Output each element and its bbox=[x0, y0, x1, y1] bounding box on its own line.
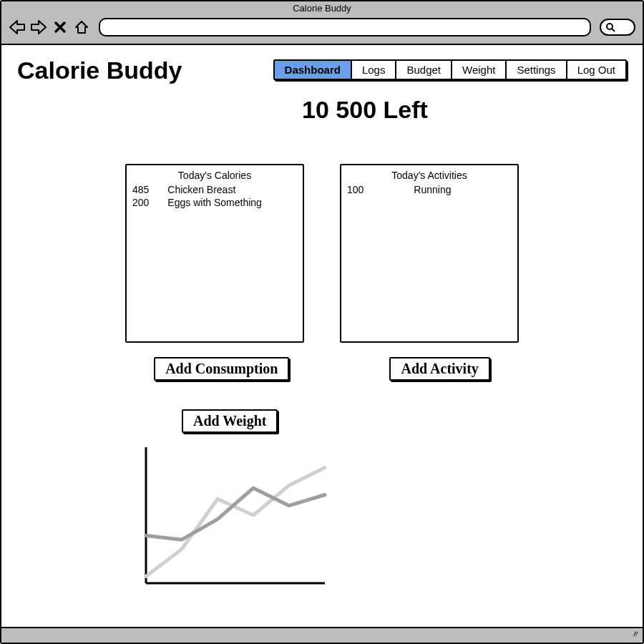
tab-settings[interactable]: Settings bbox=[507, 61, 567, 79]
calories-left-summary: 10 500 Left bbox=[103, 96, 627, 124]
browser-chrome-bottom: 〃 bbox=[1, 627, 643, 643]
chart-series-a bbox=[146, 488, 325, 540]
browser-window: Calorie Buddy Calorie Buddy Dashboa bbox=[0, 0, 644, 644]
list-item: 485 Chicken Breast bbox=[132, 184, 297, 195]
nav-tabs: Dashboard Logs Budget Weight Settings Lo… bbox=[273, 59, 627, 80]
activity-value: 100 bbox=[347, 184, 364, 195]
calorie-value: 485 bbox=[132, 184, 149, 195]
resize-grip-icon[interactable]: 〃 bbox=[630, 628, 640, 641]
list-item: 100 Running bbox=[347, 184, 512, 195]
todays-activities-panel: Today's Activities 100 Running bbox=[340, 164, 519, 343]
add-weight-button[interactable]: Add Weight bbox=[182, 409, 278, 433]
svg-marker-0 bbox=[10, 21, 24, 34]
home-icon[interactable] bbox=[73, 19, 90, 36]
browser-chrome-top: Calorie Buddy bbox=[1, 1, 643, 45]
calorie-label: Chicken Breast bbox=[167, 184, 235, 195]
calories-panel-title: Today's Calories bbox=[132, 170, 297, 181]
tab-weight[interactable]: Weight bbox=[452, 61, 507, 79]
search-icon bbox=[605, 22, 615, 32]
tab-dashboard[interactable]: Dashboard bbox=[275, 61, 352, 79]
chart-series-b bbox=[146, 468, 325, 577]
add-activity-button[interactable]: Add Activity bbox=[389, 357, 489, 381]
activities-panel-title: Today's Activities bbox=[347, 170, 512, 181]
browser-toolbar bbox=[1, 15, 643, 44]
brand-title: Calorie Buddy bbox=[17, 57, 182, 84]
svg-point-2 bbox=[607, 24, 613, 29]
tab-budget[interactable]: Budget bbox=[396, 61, 452, 79]
back-icon[interactable] bbox=[9, 19, 26, 36]
stop-icon[interactable] bbox=[52, 19, 69, 36]
add-consumption-button[interactable]: Add Consumption bbox=[154, 357, 289, 381]
window-title: Calorie Buddy bbox=[1, 1, 643, 15]
forward-icon[interactable] bbox=[30, 19, 47, 36]
todays-calories-panel: Today's Calories 485 Chicken Breast 200 … bbox=[125, 164, 304, 343]
activity-label: Running bbox=[414, 184, 451, 195]
calorie-value: 200 bbox=[132, 197, 149, 208]
calorie-label: Eggs with Something bbox=[167, 197, 262, 208]
url-input[interactable] bbox=[99, 18, 591, 36]
page-content: Calorie Buddy Dashboard Logs Budget Weig… bbox=[1, 45, 643, 627]
svg-line-3 bbox=[612, 29, 615, 31]
list-item: 200 Eggs with Something bbox=[132, 197, 297, 208]
search-button[interactable] bbox=[600, 19, 635, 36]
weight-section: Add Weight bbox=[139, 409, 627, 593]
weight-chart bbox=[139, 440, 332, 590]
tab-logs[interactable]: Logs bbox=[352, 61, 397, 79]
svg-marker-1 bbox=[31, 21, 46, 34]
tab-logout[interactable]: Log Out bbox=[567, 61, 625, 79]
